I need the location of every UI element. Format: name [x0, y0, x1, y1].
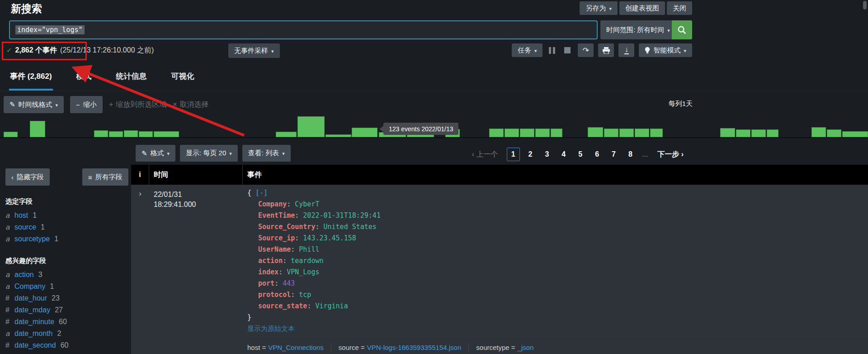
field-item-date_second[interactable]: #date_second60 — [5, 340, 131, 351]
histogram-bar[interactable] — [811, 127, 826, 137]
json-value[interactable]: tcp — [299, 291, 311, 299]
job-button[interactable]: 任务 ▾ — [512, 43, 543, 57]
search-button[interactable] — [672, 20, 692, 39]
histogram-bar[interactable] — [751, 129, 766, 137]
histogram-bar[interactable] — [619, 129, 634, 137]
field-item-date_minute[interactable]: #date_minute60 — [5, 316, 131, 328]
show-raw-text-link[interactable]: 显示为原始文本 — [247, 325, 295, 333]
histogram-bar[interactable] — [94, 130, 108, 137]
histogram-bar[interactable] — [827, 129, 841, 137]
json-key[interactable]: EventTime — [258, 211, 295, 220]
json-value[interactable]: CyberT — [295, 200, 319, 208]
json-value[interactable]: 143.23.45.158 — [303, 234, 356, 242]
page-5[interactable]: 5 — [574, 148, 586, 161]
page-2[interactable]: 2 — [524, 148, 537, 161]
histogram-bar[interactable] — [30, 121, 45, 137]
zoom-out-button[interactable]: − 缩小 — [70, 96, 103, 113]
json-value[interactable]: Phill — [299, 245, 319, 254]
save-as-button[interactable]: 另存为 ▾ — [580, 1, 618, 15]
json-key[interactable]: source_state — [258, 302, 307, 310]
field-item-date_wday[interactable]: adate_wday7 — [5, 351, 131, 354]
page-7[interactable]: 7 — [608, 148, 620, 161]
view-mode-button[interactable]: 查看: 列表 ▾ — [242, 145, 291, 162]
page-4[interactable]: 4 — [557, 148, 570, 161]
histogram-bar[interactable] — [326, 134, 351, 137]
prev-page-button[interactable]: ‹ 上一个 — [472, 150, 498, 159]
histogram-bar[interactable] — [154, 131, 179, 137]
page-3[interactable]: 3 — [541, 148, 553, 161]
json-value[interactable]: Virginia — [315, 302, 348, 310]
histogram-bar[interactable] — [635, 129, 649, 137]
json-key[interactable]: protocol — [258, 291, 291, 299]
histogram-bar[interactable] — [505, 129, 519, 137]
json-key[interactable]: port — [258, 279, 274, 287]
field-item-sourcetype[interactable]: asourcetype1 — [5, 233, 131, 245]
tab-events[interactable]: 事件 (2,862) — [9, 71, 53, 91]
share-button[interactable]: ↷ — [578, 43, 594, 57]
histogram-bar[interactable] — [124, 130, 138, 137]
json-key[interactable]: UserName — [258, 245, 291, 254]
page-1[interactable]: 1 — [507, 148, 520, 161]
timeline-format-button[interactable]: ✎ 时间线格式 ▾ — [4, 96, 64, 113]
json-key[interactable]: Source_ip — [258, 234, 295, 242]
histogram-bar[interactable] — [604, 129, 618, 137]
histogram-bar[interactable] — [736, 129, 750, 137]
histogram-bar[interactable] — [588, 127, 603, 137]
histogram-bar[interactable] — [4, 132, 18, 137]
histogram-bar[interactable] — [650, 129, 663, 137]
json-key[interactable]: action — [258, 257, 283, 265]
close-button[interactable]: 关闭 — [667, 1, 692, 15]
tab-visualization[interactable]: 可视化 — [170, 71, 195, 91]
events-histogram[interactable]: 123 events 2022/01/13 — [0, 115, 868, 138]
next-page-button[interactable]: 下一步 › — [657, 150, 684, 159]
histogram-bar[interactable] — [520, 129, 534, 137]
histogram-bar[interactable] — [767, 129, 778, 137]
tab-patterns[interactable]: 模式 — [75, 71, 93, 91]
json-value[interactable]: VPN_Logs — [287, 268, 319, 276]
search-input[interactable]: index="vpn_logs" — [9, 20, 598, 39]
deselect-link[interactable]: × 取消选择 — [173, 100, 208, 110]
field-item-Company[interactable]: aCompany1 — [5, 281, 131, 292]
json-value[interactable]: 2022-01-31T18:29:41 — [303, 211, 381, 220]
page-8[interactable]: 8 — [624, 148, 637, 161]
field-item-source[interactable]: asource1 — [5, 221, 131, 233]
histogram-bar[interactable] — [276, 132, 297, 137]
field-item-action[interactable]: aaction3 — [5, 269, 131, 281]
histogram-bar[interactable] — [139, 131, 153, 137]
json-key[interactable]: Source_Country — [258, 223, 315, 231]
per-page-button[interactable]: 显示: 每页 20 ▾ — [180, 145, 238, 162]
json-key[interactable]: index — [258, 268, 278, 276]
field-item-host[interactable]: ahost1 — [5, 210, 131, 221]
histogram-bar[interactable] — [551, 129, 562, 137]
export-button[interactable]: ↓ — [618, 43, 634, 57]
field-item-date_month[interactable]: adate_month2 — [5, 328, 131, 340]
json-key[interactable]: Company — [258, 200, 287, 208]
histogram-bar[interactable] — [535, 129, 550, 137]
meta-value-link[interactable]: VPN-logs-1663593355154.json — [367, 344, 461, 351]
tab-statistics[interactable]: 统计信息 — [115, 71, 148, 91]
zoom-to-selection-link[interactable]: + 缩放到所选区域 — [109, 100, 166, 110]
field-item-date_hour[interactable]: #date_hour23 — [5, 292, 131, 304]
smart-mode-button[interactable]: 智能模式 ▾ — [639, 43, 692, 57]
scrollbar-thumb[interactable] — [863, 1, 867, 10]
json-value[interactable]: teardown — [291, 257, 323, 265]
field-item-date_mday[interactable]: #date_mday27 — [5, 304, 131, 316]
format-button[interactable]: ✎ 格式 ▾ — [136, 145, 175, 162]
hide-fields-button[interactable]: ‹ 隐藏字段 — [5, 168, 50, 186]
stop-icon[interactable] — [564, 47, 571, 53]
json-value[interactable]: United States — [324, 223, 377, 231]
page-6[interactable]: 6 — [591, 148, 603, 161]
print-button[interactable] — [598, 43, 614, 57]
histogram-bar[interactable] — [720, 128, 735, 137]
histogram-bar[interactable] — [109, 131, 123, 137]
histogram-bar[interactable] — [352, 128, 377, 137]
event-sampling-button[interactable]: 无事件采样 ▾ — [228, 43, 280, 58]
meta-value-link[interactable]: VPN_Connections — [268, 344, 324, 351]
collapse-json-link[interactable]: [-] — [255, 189, 268, 197]
expand-event-chevron[interactable]: › — [131, 185, 149, 354]
pause-icon[interactable] — [549, 47, 555, 54]
histogram-bar[interactable] — [842, 131, 868, 137]
histogram-bar[interactable] — [489, 129, 504, 137]
histogram-bar[interactable] — [297, 116, 325, 137]
time-range-button[interactable]: 时间范围: 所有时间 ▾ — [600, 20, 676, 39]
